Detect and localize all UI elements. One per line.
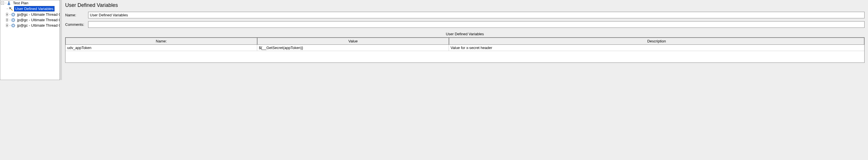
tree-label: User Defined Variables bbox=[14, 6, 55, 11]
tree-connector: ··· bbox=[9, 24, 10, 27]
svg-point-2 bbox=[11, 9, 11, 9]
cell-name[interactable]: udv_appToken bbox=[65, 45, 257, 51]
tree-node-thread-group-2[interactable]: + ··· jp@gc - Ultimate Thread Group bbox=[0, 17, 60, 23]
svg-point-1 bbox=[9, 7, 9, 7]
expand-icon[interactable]: + bbox=[6, 13, 8, 16]
svg-point-6 bbox=[12, 20, 14, 21]
column-header-value[interactable]: Value bbox=[257, 38, 449, 45]
tools-icon bbox=[9, 7, 13, 11]
variables-table[interactable]: Name: Value Description udv_appToken ${_… bbox=[65, 37, 865, 63]
column-header-name[interactable]: Name: bbox=[65, 38, 257, 45]
table-row[interactable]: udv_appToken ${__GetSecret(appToken)} Va… bbox=[65, 45, 864, 51]
tree-connector: ···· bbox=[6, 7, 8, 10]
tree-label: jp@gc - Ultimate Thread Group bbox=[17, 23, 60, 28]
gear-icon bbox=[11, 12, 16, 17]
tree-label: jp@gc - Ultimate Thread Group bbox=[17, 18, 60, 22]
expand-icon[interactable]: + bbox=[6, 24, 8, 27]
gear-icon bbox=[11, 23, 16, 28]
table-empty bbox=[65, 51, 864, 63]
collapse-icon[interactable]: − bbox=[1, 1, 4, 5]
name-row: Name: bbox=[65, 12, 865, 18]
tree-node-thread-group-3[interactable]: + ··· jp@gc - Ultimate Thread Group bbox=[0, 23, 60, 28]
table-title: User Defined Variables bbox=[65, 32, 865, 36]
svg-point-8 bbox=[12, 25, 14, 26]
main-panel: User Defined Variables Name: Comments: U… bbox=[62, 0, 868, 80]
tree-connector: ··· bbox=[9, 18, 10, 22]
tree-connector: ··· bbox=[9, 13, 10, 16]
tree-connector: ··· bbox=[5, 1, 6, 5]
gear-icon bbox=[11, 18, 16, 22]
name-input[interactable] bbox=[88, 12, 865, 18]
tree-node-test-plan[interactable]: − ··· Test Plan bbox=[0, 0, 60, 6]
column-header-description[interactable]: Description bbox=[449, 38, 864, 45]
comments-row: Comments: bbox=[65, 21, 865, 28]
tree-label: jp@gc - Ultimate Thread Group bbox=[17, 12, 60, 17]
tree-label: Test Plan bbox=[12, 1, 29, 5]
expand-icon[interactable]: + bbox=[6, 18, 8, 22]
comments-label: Comments: bbox=[65, 22, 88, 27]
tree-node-udv[interactable]: ···· User Defined Variables bbox=[0, 6, 60, 12]
page-title: User Defined Variables bbox=[65, 2, 865, 8]
flask-icon bbox=[7, 1, 11, 5]
svg-rect-0 bbox=[8, 1, 9, 2]
tree-node-thread-group-1[interactable]: + ··· jp@gc - Ultimate Thread Group bbox=[0, 12, 60, 17]
name-label: Name: bbox=[65, 13, 88, 17]
cell-description[interactable]: Value for x-secret header bbox=[449, 45, 864, 51]
cell-value[interactable]: ${__GetSecret(appToken)} bbox=[257, 45, 449, 51]
svg-point-4 bbox=[12, 14, 14, 15]
comments-input[interactable] bbox=[88, 21, 865, 28]
tree-panel[interactable]: − ··· Test Plan ···· User Defined Variab… bbox=[0, 0, 60, 80]
